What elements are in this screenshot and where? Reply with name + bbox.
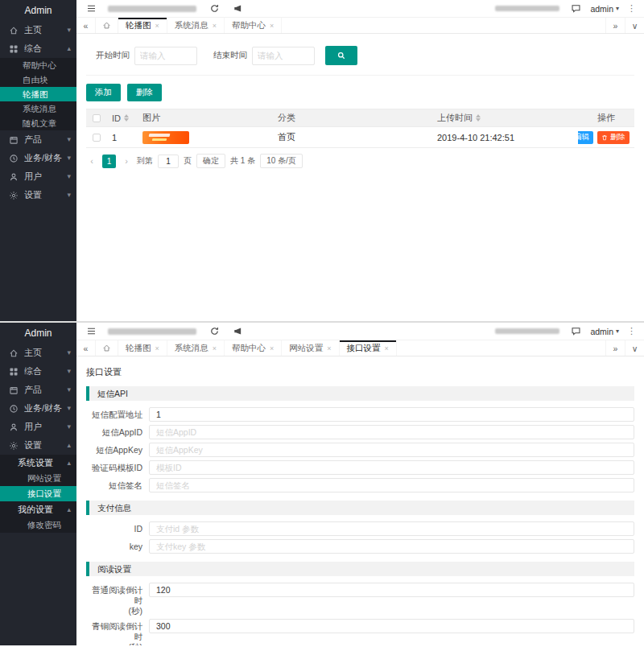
- next-page-icon[interactable]: ›: [121, 156, 132, 166]
- sidebar-item-users[interactable]: 用户 ▾: [0, 418, 76, 436]
- tab-system-messages[interactable]: 系统消息 ×: [167, 18, 225, 33]
- bronze-reading-countdown-input[interactable]: [149, 619, 634, 633]
- more-vertical-icon[interactable]: ⋮: [627, 3, 636, 14]
- payment-key-input[interactable]: [149, 539, 634, 554]
- sidebar-item-label: 产品: [24, 384, 67, 396]
- field-label: key: [86, 539, 149, 552]
- sidebar-item-business-finance[interactable]: 业务/财务 ▾: [0, 399, 76, 418]
- close-icon[interactable]: ×: [270, 22, 274, 30]
- jump-confirm-button[interactable]: 确定: [196, 154, 225, 168]
- prev-page-icon[interactable]: ‹: [86, 156, 97, 166]
- tab-carousel[interactable]: 轮播图 ×: [118, 18, 167, 33]
- close-icon[interactable]: ×: [385, 344, 389, 352]
- edit-button[interactable]: 编辑: [578, 131, 593, 144]
- tabs-collapse-icon[interactable]: «: [76, 340, 96, 356]
- megaphone-icon[interactable]: [233, 3, 243, 14]
- sidebar-item-home[interactable]: 主页 ▾: [0, 344, 76, 362]
- sidebar-item-free-block[interactable]: 自由块: [0, 72, 76, 87]
- sidebar-item-label: 主页: [24, 24, 67, 36]
- sms-appkey-input[interactable]: [149, 443, 634, 457]
- close-icon[interactable]: ×: [213, 22, 217, 30]
- tabs-expand-icon[interactable]: »: [605, 18, 625, 33]
- sort-icon[interactable]: [476, 114, 481, 122]
- sidebar-item-site-settings[interactable]: 网站设置: [0, 471, 76, 486]
- sidebar-item-products[interactable]: 产品 ▾: [0, 130, 76, 149]
- tab-site-settings[interactable]: 网站设置×: [282, 340, 339, 356]
- refresh-icon[interactable]: [209, 3, 220, 14]
- tab-help-center[interactable]: 帮助中心×: [225, 340, 282, 356]
- close-icon[interactable]: ×: [327, 344, 331, 352]
- sidebar-item-label: 业务/财务: [24, 402, 67, 414]
- sidebar-item-label: 综合: [24, 43, 67, 55]
- sidebar-item-general[interactable]: 综合 ▴: [0, 39, 76, 58]
- sidebar-item-products[interactable]: 产品 ▾: [0, 381, 76, 399]
- pagination: ‹ 1 › 到第 页 确定 共 1 条 10 条/页: [86, 154, 634, 168]
- refresh-icon[interactable]: [209, 326, 220, 336]
- user-menu[interactable]: admin: [590, 327, 613, 336]
- current-page[interactable]: 1: [102, 155, 116, 168]
- end-time-input[interactable]: [252, 47, 315, 65]
- chat-icon[interactable]: [571, 3, 581, 14]
- start-time-input[interactable]: [134, 47, 197, 65]
- row-checkbox[interactable]: [93, 134, 101, 142]
- sidebar-item-users[interactable]: 用户 ▾: [0, 167, 76, 186]
- search-button[interactable]: [325, 46, 357, 65]
- more-vertical-icon[interactable]: ⋮: [627, 326, 636, 336]
- sms-appid-input[interactable]: [149, 425, 634, 439]
- tabs-expand-icon[interactable]: »: [605, 340, 625, 356]
- select-all-checkbox[interactable]: [93, 114, 101, 122]
- sidebar-item-change-password[interactable]: 修改密码: [0, 517, 76, 533]
- sidebar-item-carousel[interactable]: 轮播图: [0, 87, 76, 101]
- page-size-select[interactable]: 10 条/页: [260, 154, 303, 168]
- clock-icon: [9, 404, 19, 414]
- tab-carousel[interactable]: 轮播图×: [118, 340, 167, 356]
- tab-system-messages[interactable]: 系统消息×: [167, 340, 225, 356]
- sms-signature-input[interactable]: [149, 478, 634, 492]
- tabs-collapse-icon[interactable]: «: [76, 18, 96, 33]
- sidebar-item-system-messages[interactable]: 系统消息: [0, 101, 76, 116]
- tabs-dropdown-icon[interactable]: ∨: [625, 340, 644, 356]
- sidebar-item-interface-settings[interactable]: 接口设置: [0, 486, 76, 501]
- user-menu[interactable]: admin: [590, 4, 613, 14]
- close-icon[interactable]: ×: [155, 22, 159, 30]
- home-tab[interactable]: [96, 18, 118, 33]
- field-label: 验证码模板ID: [86, 460, 149, 473]
- sidebar-item-settings[interactable]: 设置 ▾: [0, 186, 76, 204]
- tab-interface-settings[interactable]: 接口设置×: [340, 340, 397, 356]
- tabs-dropdown-icon[interactable]: ∨: [625, 18, 644, 33]
- grid-icon: [9, 367, 19, 377]
- sidebar-item-business-finance[interactable]: 业务/财务 ▾: [0, 149, 76, 167]
- sidebar-item-home[interactable]: 主页 ▾: [0, 21, 76, 39]
- jump-page-input[interactable]: [158, 155, 179, 168]
- chat-icon[interactable]: [571, 326, 581, 336]
- sort-icon[interactable]: [124, 114, 129, 122]
- sidebar-group-system-settings[interactable]: 系统设置 ▴: [0, 455, 76, 471]
- sms-config-url-input[interactable]: [149, 407, 634, 422]
- sidebar-item-settings[interactable]: 设置 ▴: [0, 436, 76, 455]
- home-icon: [102, 21, 111, 30]
- home-tab[interactable]: [96, 340, 118, 356]
- box-icon: [9, 135, 19, 145]
- megaphone-icon[interactable]: [233, 326, 243, 336]
- menu-toggle-icon[interactable]: [86, 326, 97, 336]
- add-button[interactable]: 添加: [86, 84, 121, 101]
- tab-bar: « 轮播图 × 系统消息 × 帮助中心 × » ∨: [76, 18, 644, 34]
- close-icon[interactable]: ×: [213, 344, 217, 352]
- close-icon[interactable]: ×: [270, 344, 274, 352]
- sidebar-item-random-articles[interactable]: 随机文章: [0, 116, 76, 130]
- col-actions: 操作: [578, 112, 634, 124]
- delete-button[interactable]: 删除: [127, 84, 162, 101]
- normal-reading-countdown-input[interactable]: [149, 583, 634, 597]
- captcha-template-id-input[interactable]: [149, 460, 634, 475]
- sidebar-group-my-settings[interactable]: 我的设置 ▴: [0, 501, 76, 517]
- total-count: 共 1 条: [230, 155, 255, 167]
- sidebar-item-general[interactable]: 综合 ▾: [0, 362, 76, 381]
- payment-id-input[interactable]: [149, 521, 634, 536]
- row-delete-button[interactable]: 删除: [597, 131, 630, 144]
- sidebar-item-label: 设置: [24, 189, 67, 201]
- app-logo: Admin: [0, 323, 76, 344]
- menu-toggle-icon[interactable]: [86, 3, 97, 14]
- close-icon[interactable]: ×: [155, 344, 159, 352]
- tab-help-center[interactable]: 帮助中心 ×: [225, 18, 282, 33]
- sidebar-item-help-center[interactable]: 帮助中心: [0, 58, 76, 72]
